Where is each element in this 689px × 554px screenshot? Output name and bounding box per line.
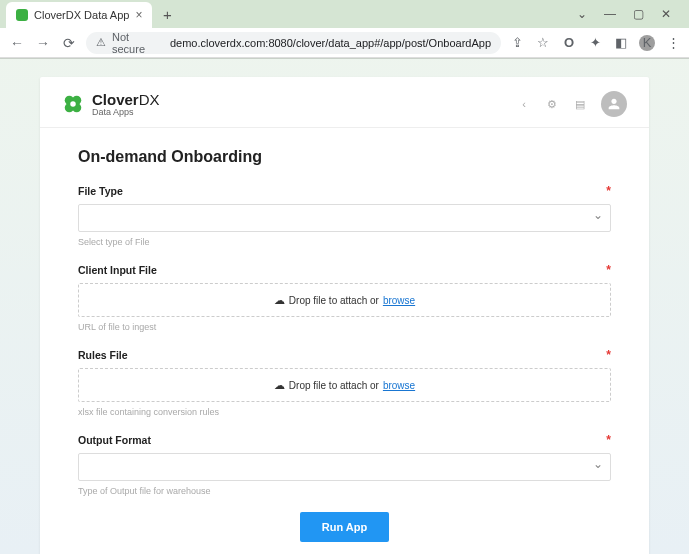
- window-controls: ⌄ — ▢ ✕: [575, 7, 683, 21]
- file-type-label: File Type: [78, 185, 123, 197]
- browser-tab[interactable]: CloverDX Data App ×: [6, 2, 152, 28]
- client-input-dropzone[interactable]: ☁ Drop file to attach or browse: [78, 283, 611, 317]
- upload-cloud-icon: ☁: [274, 379, 285, 392]
- user-avatar-icon[interactable]: [601, 91, 627, 117]
- file-type-select[interactable]: [78, 204, 611, 232]
- delete-icon[interactable]: ▤: [573, 97, 587, 111]
- clover-logo-icon: [62, 93, 84, 115]
- new-tab-button[interactable]: +: [156, 3, 178, 25]
- logo-text: CloverDX Data Apps: [92, 92, 160, 117]
- client-input-drop-text: Drop file to attach or: [289, 295, 379, 306]
- extension-o-icon[interactable]: O: [561, 35, 577, 51]
- field-output-format: Output Format * Type of Output file for …: [78, 433, 611, 496]
- tab-bar: CloverDX Data App × + ⌄ — ▢ ✕: [0, 0, 689, 28]
- required-mark: *: [606, 263, 611, 277]
- forward-icon[interactable]: →: [34, 34, 52, 52]
- output-format-label: Output Format: [78, 434, 151, 446]
- tab-title: CloverDX Data App: [34, 9, 129, 21]
- rules-file-label: Rules File: [78, 349, 128, 361]
- page-title: On-demand Onboarding: [78, 148, 611, 166]
- side-panel-icon[interactable]: ◧: [613, 35, 629, 51]
- window-close-icon[interactable]: ✕: [659, 7, 673, 21]
- toolbar-icons: ⇪ ☆ O ✦ ◧ K ⋮: [509, 35, 681, 51]
- bookmark-icon[interactable]: ☆: [535, 35, 551, 51]
- required-mark: *: [606, 433, 611, 447]
- field-file-type: File Type * Select type of File: [78, 184, 611, 247]
- app-card: CloverDX Data Apps ‹ ⚙ ▤ On-demand Onboa…: [40, 77, 649, 554]
- back-icon[interactable]: ←: [8, 34, 26, 52]
- rules-file-dropzone[interactable]: ☁ Drop file to attach or browse: [78, 368, 611, 402]
- minimize-icon[interactable]: —: [603, 7, 617, 21]
- file-type-helper: Select type of File: [78, 237, 611, 247]
- url-text: demo.cloverdx.com:8080/clover/data_app#/…: [170, 37, 491, 49]
- brand-subtitle: Data Apps: [92, 108, 160, 117]
- field-client-input: Client Input File * ☁ Drop file to attac…: [78, 263, 611, 332]
- app-header: CloverDX Data Apps ‹ ⚙ ▤: [40, 77, 649, 128]
- profile-avatar-icon[interactable]: K: [639, 35, 655, 51]
- tab-close-icon[interactable]: ×: [135, 8, 142, 22]
- share-icon[interactable]: ⇪: [509, 35, 525, 51]
- rules-file-drop-text: Drop file to attach or: [289, 380, 379, 391]
- required-mark: *: [606, 184, 611, 198]
- run-app-button[interactable]: Run App: [300, 512, 389, 542]
- menu-icon[interactable]: ⋮: [665, 35, 681, 51]
- page-content: CloverDX Data Apps ‹ ⚙ ▤ On-demand Onboa…: [0, 59, 689, 554]
- svg-point-4: [70, 101, 76, 107]
- upload-cloud-icon: ☁: [274, 294, 285, 307]
- client-input-label: Client Input File: [78, 264, 157, 276]
- brand-main: Clover: [92, 91, 139, 108]
- back-chevron-icon[interactable]: ‹: [517, 97, 531, 111]
- client-input-helper: URL of file to ingest: [78, 322, 611, 332]
- app-logo: CloverDX Data Apps: [62, 92, 160, 117]
- security-label: Not secure: [112, 31, 164, 55]
- required-mark: *: [606, 348, 611, 362]
- browser-toolbar: ← → ⟳ ⚠ Not secure demo.cloverdx.com:808…: [0, 28, 689, 58]
- rules-file-browse-link[interactable]: browse: [383, 380, 415, 391]
- header-actions: ‹ ⚙ ▤: [517, 91, 627, 117]
- address-bar[interactable]: ⚠ Not secure demo.cloverdx.com:8080/clov…: [86, 32, 501, 54]
- file-type-select-wrap: [78, 204, 611, 232]
- maximize-icon[interactable]: ▢: [631, 7, 645, 21]
- field-rules-file: Rules File * ☁ Drop file to attach or br…: [78, 348, 611, 417]
- not-secure-icon: ⚠: [96, 36, 106, 49]
- expand-down-icon[interactable]: ⌄: [575, 7, 589, 21]
- favicon-icon: [16, 9, 28, 21]
- output-format-select-wrap: [78, 453, 611, 481]
- reload-icon[interactable]: ⟳: [60, 34, 78, 52]
- client-input-browse-link[interactable]: browse: [383, 295, 415, 306]
- brand-suffix: DX: [139, 91, 160, 108]
- rules-file-helper: xlsx file containing conversion rules: [78, 407, 611, 417]
- browser-chrome: CloverDX Data App × + ⌄ — ▢ ✕ ← → ⟳ ⚠ No…: [0, 0, 689, 59]
- output-format-helper: Type of Output file for warehouse: [78, 486, 611, 496]
- settings-gear-icon[interactable]: ⚙: [545, 97, 559, 111]
- extensions-icon[interactable]: ✦: [587, 35, 603, 51]
- form-area: On-demand Onboarding File Type * Select …: [40, 128, 649, 554]
- output-format-select[interactable]: [78, 453, 611, 481]
